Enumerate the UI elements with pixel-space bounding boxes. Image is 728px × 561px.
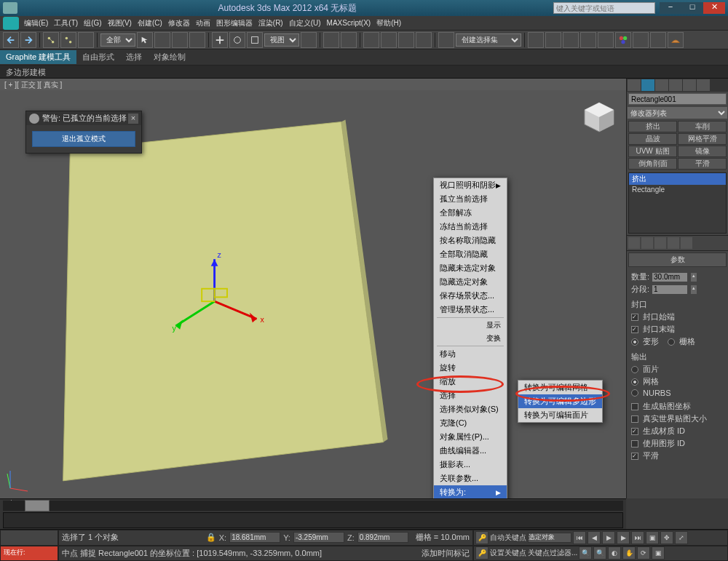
goto-start-button[interactable]: ⏮ — [573, 531, 586, 544]
layers-button[interactable] — [563, 32, 579, 48]
cm-rotate[interactable]: 旋转 — [434, 361, 507, 375]
link-button[interactable] — [43, 32, 59, 48]
mod-smooth-button[interactable]: 平滑 — [678, 158, 727, 170]
coord-y-input[interactable] — [293, 532, 344, 543]
viewcube[interactable] — [581, 99, 617, 135]
move-button[interactable] — [212, 32, 228, 48]
mod-mirror-button[interactable]: 镜像 — [678, 146, 727, 157]
minimize-button[interactable]: − — [660, 2, 681, 14]
goto-end-button[interactable]: ⏭ — [631, 531, 644, 544]
plane-object[interactable] — [63, 122, 384, 481]
tab-display-icon[interactable] — [683, 79, 696, 91]
maximize-button[interactable]: □ — [681, 2, 703, 14]
sm-editable-mesh[interactable]: 转换为可编辑网格 — [518, 381, 602, 394]
gen-map-check[interactable] — [631, 403, 638, 410]
time-ruler[interactable] — [3, 512, 623, 528]
viewport-label[interactable]: [ + ][ 正交 ][ 真实 ] — [4, 80, 62, 90]
amount-spinner[interactable]: ▴ — [690, 272, 697, 282]
modifier-stack[interactable]: 挤出 Rectangle — [628, 172, 727, 234]
schematic-button[interactable] — [598, 32, 614, 48]
menu-create[interactable]: 创建(C) — [135, 18, 165, 28]
cm-unhide-name[interactable]: 按名称取消隐藏 — [434, 234, 507, 247]
use-shape-check[interactable] — [631, 440, 638, 447]
lock-icon[interactable]: 🔒 — [206, 533, 216, 542]
render-setup-button[interactable] — [633, 32, 649, 48]
tab-motion-icon[interactable] — [669, 79, 682, 91]
ref-coord-select[interactable]: 视图 — [264, 33, 299, 47]
pin-stack-icon[interactable] — [628, 237, 640, 249]
menu-maxscript[interactable]: MAXScript(X) — [324, 19, 374, 27]
rotate-button[interactable] — [229, 32, 245, 48]
viewport-nav2-button[interactable]: ⤢ — [675, 531, 688, 544]
cm-curve-editor[interactable]: 曲线编辑器... — [434, 444, 507, 458]
key-mode-button[interactable]: 🔑 — [475, 531, 488, 544]
cm-unhide-all[interactable]: 全部取消隐藏 — [434, 247, 507, 261]
cm-transform[interactable]: 变换 — [434, 332, 507, 345]
stack-extrude[interactable]: 挤出 — [629, 173, 726, 185]
nav-zoom-all-button[interactable]: 🔍 — [593, 546, 606, 560]
undo-button[interactable] — [3, 32, 19, 48]
align-button[interactable] — [545, 32, 561, 48]
isolation-close-button[interactable]: × — [128, 114, 138, 124]
ribbon-tab-paint[interactable]: 对象绘制 — [148, 50, 191, 64]
render-button[interactable] — [668, 32, 684, 48]
cm-freeze-sel[interactable]: 冻结当前选择 — [434, 220, 507, 234]
menu-animation[interactable]: 动画 — [193, 18, 213, 28]
spinner-snap-button[interactable] — [416, 32, 432, 48]
nav-orbit-button[interactable]: ⟳ — [637, 546, 650, 560]
viewport-nav1-button[interactable]: ✥ — [660, 531, 673, 544]
auto-key-button[interactable]: 自动关键点 — [490, 533, 526, 543]
viewport-max-button[interactable]: ▣ — [646, 531, 659, 544]
cm-clone[interactable]: 克隆(C) — [434, 416, 507, 430]
segs-spinner[interactable]: ▴ — [690, 285, 697, 295]
pivot-button[interactable] — [301, 32, 317, 48]
unlink-button[interactable] — [60, 32, 76, 48]
cm-dopesheet[interactable]: 摄影表... — [434, 458, 507, 472]
curve-editor-button[interactable] — [580, 32, 596, 48]
exit-isolation-button[interactable]: 退出孤立模式 — [32, 131, 135, 147]
cm-display[interactable]: 显示 — [434, 319, 507, 332]
angle-snap-button[interactable] — [381, 32, 397, 48]
app-menu-icon[interactable] — [3, 17, 19, 30]
out-mesh-radio[interactable] — [631, 378, 638, 386]
tab-hierarchy-icon[interactable] — [655, 79, 668, 91]
cm-select-similar[interactable]: 选择类似对象(S) — [434, 402, 507, 416]
play-button[interactable]: ▶ — [602, 531, 615, 544]
cm-isolate[interactable]: 孤立当前选择 — [434, 192, 507, 206]
viewport[interactable]: x y z 警告: 已孤立的当前选择 × 退出孤立模式 视口照明和阴影▶ — [0, 90, 626, 498]
window-crossing-button[interactable] — [189, 32, 205, 48]
snap-toggle-button[interactable] — [363, 32, 379, 48]
show-end-icon[interactable] — [641, 237, 653, 249]
menu-view[interactable]: 视图(V) — [105, 18, 135, 28]
segs-input[interactable] — [652, 285, 688, 295]
cm-convert-to[interactable]: 转换为:▶ — [434, 485, 507, 498]
cap-start-check[interactable] — [631, 314, 638, 321]
cm-manage-scene[interactable]: 管理场景状态... — [434, 303, 507, 317]
key-filter-button[interactable]: 关键点过滤器... — [528, 548, 577, 558]
gen-matid-check[interactable] — [631, 428, 638, 435]
cm-move[interactable]: 移动 — [434, 347, 507, 361]
tab-modify-icon[interactable] — [641, 79, 654, 91]
coord-z-input[interactable] — [357, 532, 408, 543]
nav-zoom-button[interactable]: 🔍 — [579, 546, 592, 560]
time-slider-handle[interactable] — [25, 500, 50, 512]
out-patch-radio[interactable] — [631, 366, 638, 373]
cm-scale[interactable]: 缩放 — [434, 375, 507, 389]
menu-modifiers[interactable]: 修改器 — [165, 18, 193, 28]
menu-graph[interactable]: 图形编辑器 — [213, 18, 256, 28]
grid-radio[interactable] — [668, 338, 675, 346]
bind-button[interactable] — [78, 32, 94, 48]
sm-editable-patch[interactable]: 转换为可编辑面片 — [518, 408, 602, 422]
tab-create-icon[interactable] — [628, 79, 641, 91]
mod-bevel-button[interactable]: 倒角剖面 — [628, 158, 677, 170]
render-frame-button[interactable] — [650, 32, 666, 48]
menu-tools[interactable]: 工具(T) — [51, 18, 81, 28]
config-sets-icon[interactable] — [681, 237, 692, 249]
ribbon-tab-freeform[interactable]: 自由形式 — [76, 50, 120, 64]
remove-mod-icon[interactable] — [668, 237, 679, 249]
ribbon-tab-select[interactable]: 选择 — [120, 50, 148, 64]
cap-end-check[interactable] — [631, 326, 638, 333]
mod-lathe-button[interactable]: 车削 — [678, 121, 727, 132]
select-region-button[interactable] — [172, 32, 188, 48]
out-nurbs-radio[interactable] — [631, 389, 638, 397]
